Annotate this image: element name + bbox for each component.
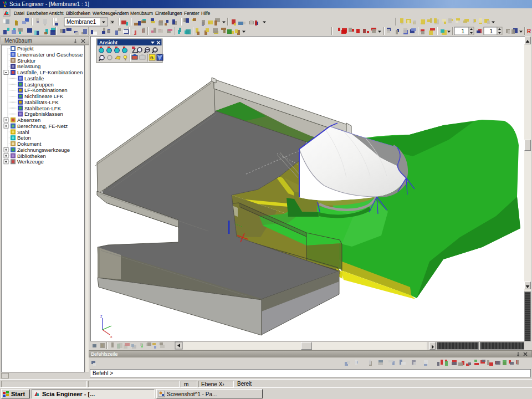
svg-text:Membrane1: Membrane1	[66, 19, 96, 25]
svg-text:1: 1	[461, 28, 464, 34]
svg-text:R: R	[527, 28, 531, 34]
svg-text:Lastfälle: Lastfälle	[24, 75, 44, 81]
svg-text:LF-Kombinationen: LF-Kombinationen	[24, 87, 68, 93]
svg-text:x: x	[110, 335, 112, 339]
svg-text:Lastgruppen: Lastgruppen	[24, 81, 54, 88]
svg-text:Stabilitäts-LFK: Stabilitäts-LFK	[24, 99, 59, 105]
svg-text:1: 1	[489, 28, 493, 34]
svg-text:Ergebnisklassen: Ergebnisklassen	[24, 111, 63, 117]
svg-text:Struktur: Struktur	[17, 58, 35, 64]
svg-text:Nichtlineare LFK: Nichtlineare LFK	[24, 93, 64, 99]
svg-text:Werkzeuge: Werkzeuge	[17, 158, 44, 165]
svg-text:Zeichnungswerkzeuge: Zeichnungswerkzeuge	[17, 147, 70, 153]
svg-text:Projekt: Projekt	[17, 45, 34, 52]
svg-text:z: z	[100, 314, 103, 318]
svg-text:Stahl: Stahl	[17, 129, 29, 135]
svg-text:Ansicht: Ansicht	[99, 40, 117, 45]
svg-text:Berechnung, FE-Netz: Berechnung, FE-Netz	[17, 123, 68, 129]
svg-text:Stahlbeton-LFK: Stahlbeton-LFK	[24, 105, 62, 111]
svg-text:Lastfälle, LF-Kombinationen: Lastfälle, LF-Kombinationen	[17, 69, 83, 75]
svg-text:B: B	[150, 55, 154, 60]
svg-text:Absenzen: Absenzen	[17, 117, 40, 123]
svg-text:Dokument: Dokument	[17, 141, 42, 147]
svg-text:Bibliotheken: Bibliotheken	[17, 153, 46, 159]
svg-text:Linienraster und Geschosse: Linienraster und Geschosse	[17, 52, 83, 58]
svg-text:Beton: Beton	[17, 135, 31, 141]
svg-text:Belastung: Belastung	[17, 63, 40, 69]
